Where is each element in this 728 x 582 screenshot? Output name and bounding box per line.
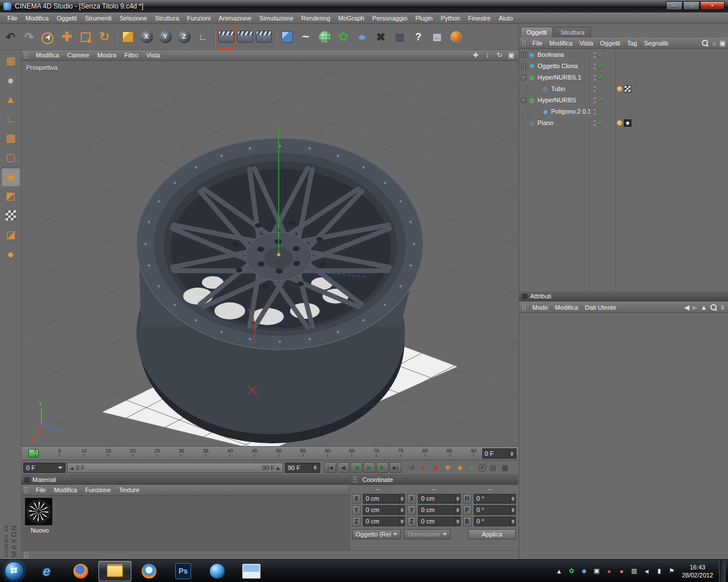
rotate-view-icon[interactable]: ↻: [495, 51, 504, 59]
materials-menu-item[interactable]: Funzione: [81, 485, 115, 494]
dolly-view-icon[interactable]: ↕: [483, 51, 492, 59]
rotate-tool-icon[interactable]: ↻: [95, 25, 114, 49]
object-origin-handle[interactable]: [277, 253, 280, 256]
manager-tab[interactable]: Struttura: [554, 27, 590, 38]
attributes-menu-item[interactable]: Modo: [529, 303, 552, 312]
object-oggetto-clona[interactable]: + Oggetto Clona ✓: [519, 60, 728, 72]
render-settings-button[interactable]: [254, 25, 273, 49]
layout-button[interactable]: ▤: [428, 25, 446, 49]
render-picture-viewer-button[interactable]: [235, 25, 254, 49]
viewport-3d[interactable]: Y Z X Prospettiva: [22, 61, 518, 446]
panel-tool-icon[interactable]: ▣: [1, 167, 20, 186]
menu-item[interactable]: Personaggio: [368, 13, 411, 23]
menu-item[interactable]: Funzioni: [183, 13, 215, 23]
back-icon[interactable]: ◀: [684, 304, 689, 311]
redo-icon[interactable]: ↷: [20, 25, 39, 49]
key-rotation-button[interactable]: ●: [466, 463, 477, 473]
menu-item[interactable]: MoGraph: [334, 13, 369, 23]
object-tags[interactable]: [615, 119, 631, 127]
object-label[interactable]: HyperNURBS: [537, 97, 576, 103]
tray-icon-1[interactable]: ✿: [567, 567, 576, 576]
scale-tool-icon[interactable]: [76, 25, 95, 49]
material-thumbnail[interactable]: [25, 498, 52, 525]
viewport-menu-item[interactable]: Camere: [63, 51, 93, 60]
minimize-button[interactable]: —: [666, 1, 682, 10]
forward-icon[interactable]: ▶: [692, 304, 697, 311]
visibility-toggles[interactable]: ✓: [590, 74, 615, 81]
panel-grip[interactable]: [522, 304, 527, 311]
key-scale-button[interactable]: ■: [454, 463, 465, 473]
atom-array-tool-icon[interactable]: ▩: [1, 128, 20, 148]
y-axis-lock-button[interactable]: Y: [156, 25, 175, 49]
visibility-toggles[interactable]: [590, 85, 615, 92]
frame-icon[interactable]: ▣: [719, 39, 726, 47]
viewport-canvas[interactable]: Y Z X: [22, 61, 518, 446]
show-hidden-icons[interactable]: ▲: [555, 567, 564, 576]
goto-end-button[interactable]: ▶|: [390, 462, 402, 473]
titlebar[interactable]: CINEMA 4D Studio - [Senza Titolo 9.c4d *…: [0, 0, 728, 13]
globe-button[interactable]: [446, 25, 465, 49]
object-tubo[interactable]: Tubo: [519, 83, 728, 94]
menu-item[interactable]: Selezione: [115, 13, 151, 23]
pan-view-icon[interactable]: ✚: [471, 51, 480, 59]
viewport-name[interactable]: Prospettiva: [26, 64, 57, 71]
rotation-field[interactable]: 0 °: [474, 517, 516, 526]
toolbar-separator[interactable]: [212, 25, 217, 49]
undo-icon[interactable]: ↶: [1, 25, 20, 49]
prev-key-button[interactable]: ◀: [337, 462, 349, 473]
spline-tool-button[interactable]: ~: [296, 25, 315, 49]
viewport-menu-item[interactable]: Vista: [142, 51, 164, 60]
object-booleana[interactable]: + Booleana ✓: [519, 49, 728, 60]
add-primitive-button[interactable]: [278, 25, 296, 49]
size-field[interactable]: 0 cm: [418, 517, 460, 526]
menu-item[interactable]: Oggetti: [53, 13, 81, 23]
display-icon[interactable]: ▥: [630, 567, 639, 576]
viewport-menu-item[interactable]: Mostra: [93, 51, 121, 60]
viewport-menu-item[interactable]: Filtro: [121, 51, 142, 60]
timeline-range-slider[interactable]: 0 F 90 F: [67, 463, 283, 473]
size-field[interactable]: 0 cm: [418, 505, 460, 515]
object-manager-menu-item[interactable]: File: [529, 39, 546, 48]
expand-toggle[interactable]: +: [521, 52, 526, 57]
visibility-toggles[interactable]: ✓: [590, 51, 615, 59]
autokey-button[interactable]: ◉: [431, 463, 441, 473]
object-manager-menu-item[interactable]: Segnalib: [640, 39, 672, 48]
prev-frame-button[interactable]: ◀: [350, 462, 362, 473]
extrude-tool-icon[interactable]: ◪: [1, 225, 20, 244]
checker-tool-icon[interactable]: [1, 206, 20, 225]
render-view-button[interactable]: [217, 25, 235, 49]
toolbar-separator[interactable]: [114, 25, 118, 49]
panel-grip[interactable]: [24, 52, 29, 59]
up-icon[interactable]: ▲: [701, 304, 708, 311]
media-player-icon[interactable]: [133, 561, 166, 581]
menu-item[interactable]: Modifica: [22, 13, 53, 23]
object-manager-menu-item[interactable]: Tag: [623, 39, 640, 48]
key-position-button[interactable]: ✚: [442, 463, 453, 473]
menu-item[interactable]: Python: [437, 13, 464, 23]
help-button[interactable]: ?: [409, 25, 428, 49]
toolbar-separator[interactable]: [273, 25, 278, 49]
object-manager-menu-item[interactable]: Modifica: [546, 39, 576, 48]
tray-icon-4[interactable]: ●: [605, 567, 614, 576]
tray-icon-3[interactable]: ▣: [592, 567, 601, 576]
size-mode-dropdown[interactable]: Dimensione: [404, 529, 450, 539]
object-manager-menu-item[interactable]: Oggetti: [597, 39, 623, 48]
panel-grip[interactable]: [353, 476, 358, 483]
deformer-button[interactable]: ●: [353, 25, 371, 49]
attributes-menu-item[interactable]: Dati Utente: [582, 303, 620, 312]
size-field[interactable]: 0 cm: [418, 494, 460, 504]
instance-tool-icon[interactable]: ◩: [1, 186, 20, 206]
explorer-folder-icon[interactable]: [98, 561, 131, 581]
action-center-flag-icon[interactable]: ⚑: [667, 567, 676, 576]
photoshop-icon[interactable]: Ps: [167, 561, 200, 581]
character-tool-icon[interactable]: ●: [1, 244, 20, 264]
expand-toggle[interactable]: +: [521, 64, 526, 69]
key-parameter-button[interactable]: P: [478, 464, 486, 472]
menu-item[interactable]: Finestre: [464, 13, 495, 23]
move-tool-icon[interactable]: ✚: [57, 25, 76, 49]
maximize-button[interactable]: □: [683, 1, 700, 10]
visibility-toggles[interactable]: ✓: [590, 63, 615, 70]
menu-item[interactable]: File: [3, 13, 22, 23]
object-manager-menu-item[interactable]: Vista: [576, 39, 597, 48]
firefox-icon[interactable]: [64, 561, 97, 581]
